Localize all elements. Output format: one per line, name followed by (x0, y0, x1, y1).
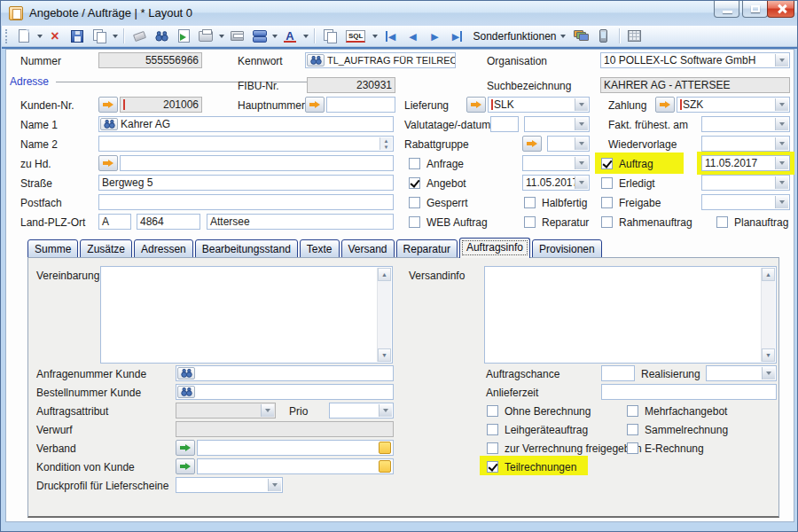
nav-prev-button[interactable]: ◀ (403, 27, 422, 45)
copy-dropdown-caret[interactable] (113, 35, 118, 38)
close-button[interactable] (767, 1, 794, 18)
web-auftrag-checkbox[interactable] (409, 216, 420, 228)
copy-button[interactable] (90, 27, 109, 45)
chevron-down-icon[interactable] (762, 367, 775, 379)
rabattgruppe-select[interactable] (547, 136, 590, 152)
postfach-field[interactable] (98, 194, 394, 210)
search-button[interactable] (152, 27, 171, 45)
save-button[interactable] (67, 27, 87, 45)
chevron-down-icon[interactable] (775, 137, 788, 150)
kunden-nr-lookup-button[interactable] (98, 97, 118, 113)
list-button[interactable] (249, 27, 269, 45)
scroll-down-icon[interactable]: ▼ (762, 348, 775, 362)
sql-button[interactable]: SQL (342, 27, 369, 45)
chevron-down-icon[interactable] (379, 404, 392, 417)
cards-button[interactable] (572, 27, 591, 45)
clear-button[interactable] (129, 27, 149, 45)
zahlung-lookup-button[interactable] (655, 97, 675, 113)
list-dropdown-caret[interactable] (272, 35, 278, 38)
name1-field[interactable]: Kahrer AG (98, 116, 394, 132)
sonderfunktionen-menu[interactable]: Sonderfunktionen (469, 27, 568, 45)
auftrag-date-select[interactable]: 11.05.2017 (701, 155, 790, 171)
nav-last-button[interactable]: ▶ (447, 27, 466, 45)
nav-next-button[interactable]: ▶ (425, 27, 444, 45)
anfrage-date-select[interactable] (522, 155, 590, 171)
chevron-down-icon[interactable] (575, 137, 588, 150)
rabattgruppe-lookup-button[interactable] (522, 136, 542, 152)
angebot-checkbox[interactable] (409, 177, 420, 189)
tab-zusaetze[interactable]: Zusätze (80, 239, 132, 258)
chevron-down-icon[interactable] (775, 176, 788, 189)
note-icon[interactable] (379, 442, 391, 454)
nav-first-button[interactable]: ◀ (380, 27, 400, 45)
tab-reparatur[interactable]: Reparatur (396, 239, 458, 258)
land-field[interactable]: A (98, 214, 131, 230)
format-button[interactable]: A (280, 27, 300, 45)
druckprofil-select[interactable] (176, 477, 283, 493)
fax-button[interactable] (227, 27, 246, 45)
kondition-field[interactable] (197, 458, 394, 474)
new-record-button[interactable] (14, 27, 34, 45)
verband-goto-button[interactable] (176, 440, 195, 456)
leihgeraeteauftrag-checkbox[interactable] (487, 424, 498, 435)
prio-select[interactable] (329, 403, 394, 419)
maximize-button[interactable] (742, 1, 768, 18)
kennwort-search-button[interactable] (307, 54, 325, 66)
sammelrechnung-checkbox[interactable] (627, 424, 638, 435)
freigabe-date-select[interactable] (701, 194, 790, 210)
bestellnummer-search-button[interactable] (177, 386, 195, 398)
scroll-up-icon[interactable]: ▲ (762, 268, 775, 281)
anfragenummer-search-button[interactable] (177, 367, 195, 379)
auftragsattribut-select[interactable] (176, 403, 276, 419)
scrollbar[interactable]: ▲▼ (377, 268, 391, 362)
anlieferzeit-field[interactable] (601, 384, 777, 400)
chevron-down-icon[interactable] (775, 54, 788, 66)
chevron-down-icon[interactable] (575, 118, 588, 130)
tab-adressen[interactable]: Adressen (134, 239, 193, 258)
verband-field[interactable] (197, 440, 394, 456)
vereinbarung-textarea[interactable]: ▲▼ (100, 266, 393, 364)
tab-provisionen[interactable]: Provisionen (532, 239, 602, 258)
pages-button[interactable] (320, 27, 340, 45)
new-dropdown-caret[interactable] (37, 35, 43, 38)
freigabe-checkbox[interactable] (601, 197, 613, 208)
zuhd-lookup-button[interactable] (98, 155, 118, 171)
angebot-date-select[interactable]: 11.05.2017 (522, 175, 590, 191)
rahmenauftrag-checkbox[interactable] (601, 216, 613, 228)
versandinfo-textarea[interactable]: ▲▼ (484, 266, 777, 364)
delete-button[interactable]: × (45, 27, 65, 45)
auftragschance-field[interactable] (601, 365, 635, 381)
realisierung-select[interactable] (706, 365, 777, 381)
name2-field[interactable]: ▲▼ (98, 136, 394, 152)
chevron-down-icon[interactable] (575, 98, 588, 111)
print-button[interactable] (196, 27, 215, 45)
spinner-icons[interactable]: ▲▼ (379, 137, 392, 150)
chevron-down-icon[interactable] (575, 157, 588, 169)
minimize-button[interactable] (714, 1, 739, 18)
import-button[interactable] (174, 27, 193, 45)
note-icon[interactable] (379, 460, 391, 473)
kondition-goto-button[interactable] (176, 458, 195, 474)
tab-texte[interactable]: Texte (300, 239, 340, 258)
ohne-berechnung-checkbox[interactable] (487, 405, 498, 417)
erledigt-checkbox[interactable] (601, 177, 613, 189)
tab-summe[interactable]: Summe (27, 239, 78, 258)
scroll-up-icon[interactable]: ▲ (378, 268, 391, 281)
bestellnummer-field[interactable] (176, 384, 394, 400)
lieferung-select[interactable]: SLK (488, 97, 590, 113)
auftrag-checkbox[interactable] (601, 158, 613, 169)
hauptnummer-field[interactable] (326, 97, 395, 113)
mehrfachangebot-checkbox[interactable] (627, 405, 638, 417)
scrollbar[interactable]: ▲▼ (761, 268, 775, 362)
chevron-down-icon[interactable] (775, 157, 788, 169)
sql-dropdown-caret[interactable] (372, 35, 378, 38)
tab-auftragsinfo[interactable]: Auftragsinfo (459, 238, 530, 258)
plz-field[interactable]: 4864 (137, 214, 200, 230)
toolbar-grip[interactable] (5, 29, 9, 43)
reparatur-checkbox[interactable] (524, 216, 536, 228)
e-rechnung-checkbox[interactable] (627, 442, 638, 454)
phone-button[interactable] (594, 27, 614, 45)
name1-search-button[interactable] (100, 118, 118, 130)
chevron-down-icon[interactable] (775, 118, 788, 130)
strasse-field[interactable]: Bergweg 5 (98, 175, 394, 191)
